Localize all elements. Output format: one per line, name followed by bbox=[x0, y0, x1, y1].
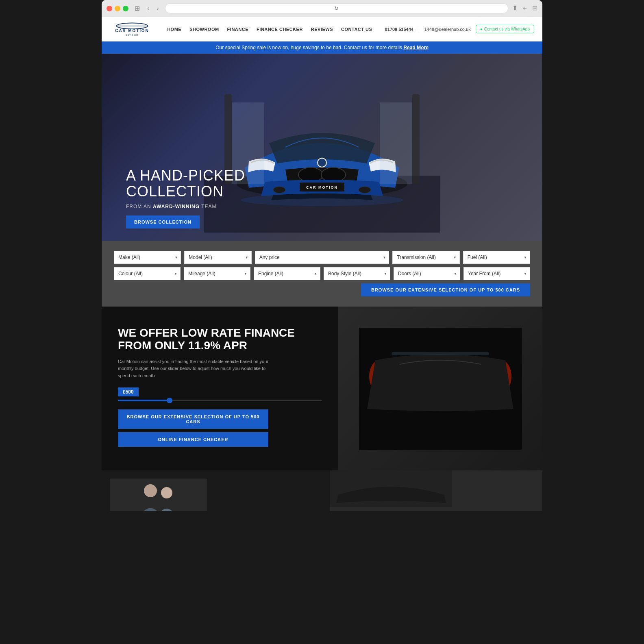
nav-home[interactable]: HOME bbox=[167, 27, 181, 32]
price-filter: Any price bbox=[255, 251, 389, 264]
doors-select[interactable]: Doors (All) bbox=[394, 267, 460, 280]
browse-collection-button[interactable]: BROWSE COLLECTION bbox=[126, 215, 200, 228]
make-select[interactable]: Make (All) bbox=[114, 251, 181, 264]
subtitle-prefix: FROM AN bbox=[126, 204, 153, 209]
svg-point-10 bbox=[273, 187, 285, 193]
announcement-text: Our special Spring sale is now on, huge … bbox=[215, 45, 403, 50]
browser-nav-controls: ⊞ ‹ › bbox=[133, 4, 161, 13]
bottom-strip-car bbox=[330, 470, 542, 511]
year-select[interactable]: Year From (All) bbox=[463, 267, 530, 280]
svg-rect-13 bbox=[412, 94, 420, 184]
logo-svg: CAR MOTION EST 1988 bbox=[110, 21, 154, 37]
colour-select[interactable]: Colour (All) bbox=[114, 267, 181, 280]
svg-point-25 bbox=[375, 417, 505, 433]
transmission-select[interactable]: Transmission (All) bbox=[392, 251, 459, 264]
finance-section: WE OFFER LOW RATE FINANCE FROM ONLY 11.9… bbox=[102, 307, 542, 470]
budget-slider-container bbox=[118, 400, 322, 401]
finance-checker-button[interactable]: ONLINE FINANCE CHECKER bbox=[118, 432, 268, 447]
whatsapp-icon: ● bbox=[480, 27, 483, 31]
svg-rect-15 bbox=[380, 102, 412, 184]
announcement-banner: Our special Spring sale is now on, huge … bbox=[102, 41, 542, 54]
hero-title-line2: COLLECTION bbox=[126, 183, 245, 200]
back-icon[interactable]: ‹ bbox=[145, 4, 151, 13]
nav-links: HOME SHOWROOM FINANCE FINANCE CHECKER RE… bbox=[167, 27, 372, 32]
hero-section: CAR MOTION A HAND-PICKED COLLECTION FROM… bbox=[102, 54, 542, 241]
year-filter: Year From (All) bbox=[463, 267, 530, 280]
svg-rect-26 bbox=[110, 479, 207, 511]
new-tab-icon[interactable]: ＋ bbox=[522, 4, 528, 13]
grid-icon[interactable]: ⊞ bbox=[532, 4, 537, 13]
sidebar-toggle-icon[interactable]: ⊞ bbox=[133, 4, 142, 13]
search-filter-section: Make (All) Model (All) Any price Transmi… bbox=[102, 241, 542, 307]
bottom-strip bbox=[102, 470, 542, 511]
finance-car-svg bbox=[359, 328, 522, 450]
svg-rect-24 bbox=[392, 352, 489, 355]
slider-track bbox=[118, 400, 322, 401]
finance-content: WE OFFER LOW RATE FINANCE FROM ONLY 11.9… bbox=[102, 307, 338, 470]
svg-text:EST 1988: EST 1988 bbox=[126, 34, 139, 36]
doors-filter: Doors (All) bbox=[394, 267, 460, 280]
transmission-filter: Transmission (All) bbox=[392, 251, 459, 264]
traffic-lights bbox=[107, 6, 128, 11]
address-bar[interactable]: ↻ bbox=[165, 3, 508, 13]
phone-number: 01709 515444 bbox=[385, 27, 413, 32]
browser-right-controls: ⬆ ＋ ⊞ bbox=[512, 4, 537, 13]
svg-point-27 bbox=[144, 484, 157, 497]
hero-content: A HAND-PICKED COLLECTION FROM AN AWARD-W… bbox=[102, 155, 270, 241]
nav-finance-checker[interactable]: FINANCE CHECKER bbox=[257, 27, 303, 32]
fuel-filter: Fuel (All) bbox=[463, 251, 530, 264]
svg-text:CAR MOTION: CAR MOTION bbox=[306, 185, 338, 189]
nav-reviews[interactable]: REVIEWS bbox=[311, 27, 333, 32]
svg-point-9 bbox=[318, 159, 326, 167]
whatsapp-label: Contact us via WhatsApp bbox=[484, 27, 530, 31]
forward-icon[interactable]: › bbox=[154, 4, 161, 13]
whatsapp-button[interactable]: ● Contact us via WhatsApp bbox=[476, 25, 534, 33]
divider: | bbox=[418, 27, 420, 32]
filter-row-1: Make (All) Model (All) Any price Transmi… bbox=[114, 251, 530, 264]
read-more-link[interactable]: Read More bbox=[403, 45, 428, 50]
slider-thumb[interactable] bbox=[167, 398, 172, 403]
minimize-button-traffic[interactable] bbox=[115, 6, 120, 11]
model-filter: Model (All) bbox=[184, 251, 251, 264]
filter-actions: BROWSE OUR EXTENSIVE SELECTION OF UP TO … bbox=[114, 283, 530, 296]
price-select[interactable]: Any price bbox=[255, 251, 389, 264]
svg-point-11 bbox=[359, 187, 371, 193]
maximize-button-traffic[interactable] bbox=[123, 6, 128, 11]
email-address: 1448@dealerhub.co.uk bbox=[424, 27, 471, 32]
browse-all-button[interactable]: BROWSE OUR EXTENSIVE SELECTION OF UP TO … bbox=[361, 283, 530, 296]
svg-text:CAR MOTION: CAR MOTION bbox=[115, 28, 149, 33]
people-image-svg bbox=[110, 479, 207, 511]
subtitle-suffix: TEAM bbox=[201, 204, 216, 209]
finance-browse-button[interactable]: BROWSE OUR EXTENSIVE SELECTION OF UP TO … bbox=[118, 409, 268, 429]
nav-contact-info: 01709 515444 | 1448@dealerhub.co.uk ● Co… bbox=[385, 25, 534, 33]
bottom-strip-people bbox=[102, 470, 330, 511]
nav-contact[interactable]: CONTACT US bbox=[341, 27, 372, 32]
finance-description: Car Motion can assist you in finding the… bbox=[118, 358, 268, 380]
logo-area: CAR MOTION EST 1988 bbox=[110, 21, 154, 37]
model-select[interactable]: Model (All) bbox=[184, 251, 251, 264]
website-container: CAR MOTION EST 1988 HOME SHOWROOM FINANC… bbox=[102, 17, 542, 511]
nav-showroom[interactable]: SHOWROOM bbox=[189, 27, 219, 32]
mileage-filter: Mileage (All) bbox=[184, 267, 250, 280]
share-icon[interactable]: ⬆ bbox=[512, 4, 518, 13]
top-navigation: CAR MOTION EST 1988 HOME SHOWROOM FINANC… bbox=[102, 17, 542, 41]
browser-chrome: ⊞ ‹ › ↻ ⬆ ＋ ⊞ bbox=[102, 0, 542, 17]
hero-title: A HAND-PICKED COLLECTION bbox=[126, 168, 245, 200]
nav-finance[interactable]: FINANCE bbox=[227, 27, 248, 32]
colour-filter: Colour (All) bbox=[114, 267, 181, 280]
mileage-select[interactable]: Mileage (All) bbox=[184, 267, 250, 280]
engine-select[interactable]: Engine (All) bbox=[254, 267, 320, 280]
finance-car-image bbox=[338, 307, 542, 470]
engine-filter: Engine (All) bbox=[254, 267, 320, 280]
slider-fill bbox=[118, 400, 169, 401]
fuel-select[interactable]: Fuel (All) bbox=[463, 251, 530, 264]
svg-point-28 bbox=[161, 487, 172, 498]
bottom-car-svg bbox=[330, 470, 452, 507]
subtitle-bold: AWARD-WINNING bbox=[153, 204, 200, 209]
hero-title-line1: A HAND-PICKED bbox=[126, 168, 245, 184]
hero-subtitle: FROM AN AWARD-WINNING TEAM bbox=[126, 204, 245, 209]
refresh-icon[interactable]: ↻ bbox=[334, 5, 339, 11]
budget-badge: £500 bbox=[118, 387, 139, 396]
body-select[interactable]: Body Style (All) bbox=[324, 267, 390, 280]
close-button-traffic[interactable] bbox=[107, 6, 112, 11]
